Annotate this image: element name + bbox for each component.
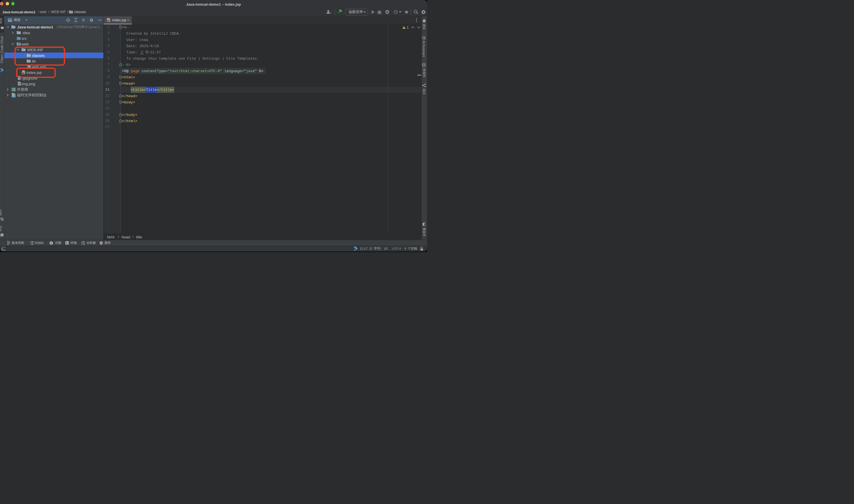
svg-text:JSP: JSP <box>107 20 109 22</box>
